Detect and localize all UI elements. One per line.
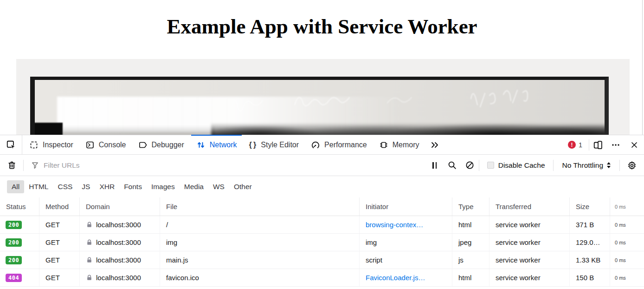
column-header-domain[interactable]: Domain <box>80 197 160 216</box>
size-cell: 371 B <box>570 216 610 233</box>
domain-cell: localhost:3000 <box>96 238 141 246</box>
domain-cell: localhost:3000 <box>96 221 141 229</box>
status-badge: 200 <box>6 256 22 264</box>
tab-debugger[interactable]: Debugger <box>133 135 189 154</box>
tab-inspector[interactable]: Inspector <box>24 135 78 154</box>
request-filter-media[interactable]: Media <box>180 180 208 193</box>
style-editor-icon: { } <box>249 141 257 149</box>
tab-network[interactable]: Network <box>191 135 242 154</box>
column-header-method[interactable]: Method <box>39 197 80 216</box>
initiator-cell: script <box>360 251 452 269</box>
column-header-transferred[interactable]: Transferred <box>489 197 570 216</box>
status-badge: 200 <box>6 238 22 247</box>
column-header-file[interactable]: File <box>160 197 360 216</box>
search-button[interactable] <box>444 155 461 176</box>
filter-urls-input[interactable]: Filter URLs <box>24 161 426 170</box>
transferred-cell: service worker <box>489 216 570 233</box>
tab-label: Network <box>210 141 237 149</box>
tab-bar-spacer <box>445 135 561 154</box>
tab-label: Style Editor <box>261 141 299 149</box>
file-cell: / <box>160 216 360 233</box>
request-filter-ws[interactable]: WS <box>208 180 229 193</box>
request-filter-html[interactable]: HTML <box>24 180 53 193</box>
meatball-menu-button[interactable] <box>607 135 625 154</box>
status-badge: 200 <box>6 221 22 229</box>
close-devtools-button[interactable] <box>625 135 644 154</box>
tab-label: Memory <box>393 141 419 149</box>
size-cell: 150 B <box>570 269 610 286</box>
lock-icon <box>86 256 93 263</box>
responsive-design-icon <box>593 140 603 150</box>
type-cell: jpeg <box>452 234 489 251</box>
select-arrows-icon <box>607 162 611 168</box>
inspector-icon <box>29 140 39 150</box>
request-filter-other[interactable]: Other <box>229 180 257 193</box>
waterfall-time-cell: 0 ms <box>610 269 644 286</box>
performance-icon <box>311 140 320 150</box>
network-toolbar: Filter URLs Disable Cache <box>0 155 644 176</box>
network-request-row[interactable]: 200 GET localhost:3000 main.js script js… <box>0 251 644 269</box>
tab-style-editor[interactable]: { } Style Editor <box>244 135 304 154</box>
console-icon <box>85 140 95 150</box>
pause-traffic-button[interactable] <box>426 155 444 176</box>
request-filter-bar: AllHTMLCSSJSXHRFontsImagesMediaWSOther <box>0 176 644 197</box>
error-badge[interactable]: ! 1 <box>561 135 589 154</box>
page-title: Example App with Service Worker <box>0 15 644 39</box>
column-header-size[interactable]: Size <box>570 197 610 216</box>
node-picker-button[interactable] <box>0 135 22 154</box>
waterfall-time-cell: 0 ms <box>610 216 644 233</box>
page-scrollbar-line <box>642 0 643 135</box>
column-header-initiator[interactable]: Initiator <box>360 197 452 216</box>
error-count: 1 <box>579 141 582 149</box>
pause-icon <box>432 162 437 169</box>
file-cell: img <box>160 234 360 251</box>
network-settings-button[interactable] <box>620 155 644 176</box>
error-badge-icon: ! <box>568 141 576 149</box>
close-icon <box>630 141 638 149</box>
throttling-value: No Throttling <box>562 161 603 170</box>
request-filter-fonts[interactable]: Fonts <box>119 180 147 193</box>
tab-label: Console <box>99 141 126 149</box>
initiator-cell: img <box>360 234 452 251</box>
transferred-cell: service worker <box>489 234 570 251</box>
column-header-status[interactable]: Status <box>0 197 39 216</box>
type-cell: html <box>452 269 489 286</box>
domain-cell: localhost:3000 <box>96 274 141 282</box>
trash-icon <box>7 160 17 170</box>
initiator-link[interactable]: FaviconLoader.js… <box>360 269 452 286</box>
initiator-link[interactable]: browsing-contex… <box>360 216 452 233</box>
disable-cache-label: Disable Cache <box>498 161 545 170</box>
domain-cell: localhost:3000 <box>96 256 141 264</box>
node-picker-icon <box>6 140 16 150</box>
disable-cache-checkbox[interactable] <box>487 162 494 169</box>
type-cell: js <box>452 251 489 269</box>
page-image-band <box>16 59 630 135</box>
disable-cache-control[interactable]: Disable Cache <box>479 161 553 170</box>
more-tabs-button[interactable] <box>424 135 445 154</box>
responsive-design-button[interactable] <box>589 135 607 154</box>
network-request-row[interactable]: 404 GET localhost:3000 favicon.ico Favic… <box>0 269 644 287</box>
tab-console[interactable]: Console <box>80 135 131 154</box>
request-filter-css[interactable]: CSS <box>53 180 77 193</box>
clear-requests-button[interactable] <box>0 155 23 176</box>
file-cell: main.js <box>160 251 360 269</box>
photo-handwriting <box>35 80 605 135</box>
request-filter-images[interactable]: Images <box>147 180 180 193</box>
request-filter-xhr[interactable]: XHR <box>95 180 119 193</box>
tab-performance[interactable]: Performance <box>306 135 372 154</box>
network-request-row[interactable]: 200 GET localhost:3000 / browsing-contex… <box>0 216 644 234</box>
network-request-row[interactable]: 200 GET localhost:3000 img img jpeg serv… <box>0 234 644 251</box>
waterfall-time-cell: 0 ms <box>610 251 644 269</box>
method-cell: GET <box>39 216 80 233</box>
request-filter-js[interactable]: JS <box>77 180 95 193</box>
funnel-icon <box>31 161 39 170</box>
request-table-header: Status Method Domain File Initiator Type… <box>0 197 644 216</box>
block-requests-button[interactable] <box>461 155 479 176</box>
gear-icon <box>627 160 637 171</box>
tab-memory[interactable]: Memory <box>374 135 425 154</box>
file-cell: favicon.ico <box>160 269 360 286</box>
column-header-waterfall[interactable]: 0 ms <box>610 197 644 216</box>
request-filter-all[interactable]: All <box>7 180 24 193</box>
column-header-type[interactable]: Type <box>452 197 489 216</box>
throttling-dropdown[interactable]: No Throttling <box>554 161 619 170</box>
